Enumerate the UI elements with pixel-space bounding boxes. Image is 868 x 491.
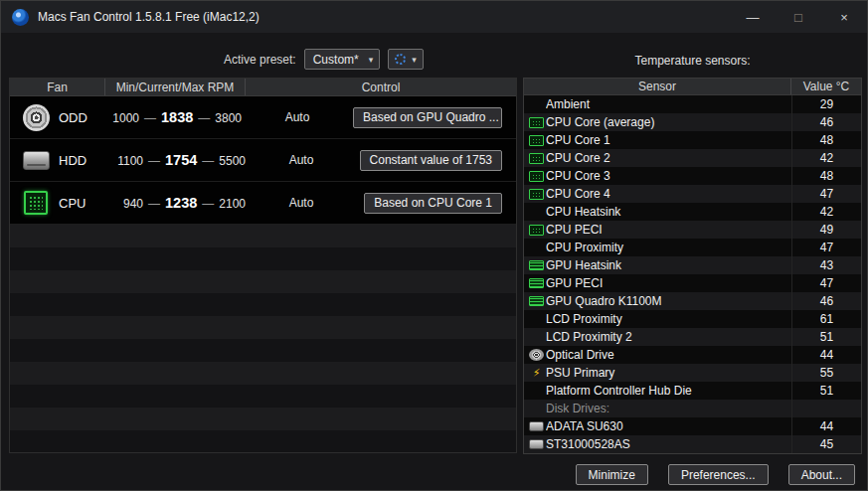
fan-row[interactable]: CPU 940 — 1238 — 2100 Auto Based on CPU … [10,182,516,225]
fan-rpm-min: 1000 [107,111,139,125]
sensor-column-header: Sensor [524,79,791,94]
sensor-row[interactable]: Disk Drives: [524,400,861,417]
sensor-name: Platform Controller Hub Die [546,384,791,398]
sensor-value: 48 [791,131,861,149]
disk-drive-icon [529,421,544,431]
fan-name-cell: HDD [10,151,105,170]
sensor-row[interactable]: GPU PECI 47 [524,274,861,292]
fan-icon-box [21,104,51,131]
fan-control-button[interactable]: Based on CPU Core 1 [364,193,502,214]
sensor-value: 29 [791,95,861,113]
cpu-chip-icon [24,191,48,215]
cpu-chip-icon [529,135,544,146]
sensor-row[interactable]: CPU PECI 49 [524,221,861,239]
sensor-name: CPU Core (average) [546,115,791,129]
fan-rows: ODD 1000 — 1838 — 3800 Auto Based on GPU… [10,96,516,225]
sensor-row[interactable]: ADATA SU630 44 [524,417,861,435]
sensor-row[interactable]: CPU Core 4 47 [524,185,861,203]
fan-row[interactable]: HDD 1100 — 1754 — 5500 Auto Constant val… [10,139,516,182]
sensor-row[interactable]: CPU Core 1 48 [524,131,861,149]
sensor-value: 49 [791,221,861,239]
preferences-button[interactable]: Preferences... [668,464,769,485]
cpu-chip-icon [529,117,544,128]
fan-mode-label: Auto [246,153,357,167]
sensor-row[interactable]: CPU Core (average) 46 [524,113,861,131]
cpu-chip-icon [529,189,544,200]
sensor-row[interactable]: GPU Heatsink 43 [524,256,861,274]
psu-lightning-icon: ⚡ [529,368,544,379]
sensor-value: 46 [791,113,861,131]
sensor-row[interactable]: CPU Heatsink 42 [524,203,861,221]
fan-name: CPU [59,196,86,211]
sensor-name: CPU Core 3 [546,169,791,183]
sensor-value: 42 [791,203,861,221]
fan-rpm-min: 940 [111,197,143,211]
sensor-row[interactable]: CPU Core 3 48 [524,167,861,185]
fan-mode-label: Auto [242,110,353,124]
rpm-separator: — [198,111,210,125]
hard-drive-icon [23,151,50,170]
fan-row[interactable]: ODD 1000 — 1838 — 3800 Auto Based on GPU… [10,96,516,139]
value-column-header: Value °C [791,79,861,94]
sensor-row[interactable]: CPU Proximity 47 [524,239,861,256]
preset-bar: Active preset: Custom* ▾ ▾ [224,49,424,70]
sensor-row[interactable]: Ambient 29 [524,95,861,113]
sensor-row[interactable]: CPU Core 2 42 [524,149,861,167]
fan-icon-box [21,191,51,215]
sensor-row[interactable]: ⚡ PSU Primary 55 [524,364,861,382]
control-column-header: Control [246,79,516,95]
fan-name: ODD [59,110,87,125]
sensor-name: Disk Drives: [546,402,791,415]
cpu-chip-icon [529,225,544,236]
fan-name-cell: CPU [10,191,105,215]
sensor-value: 47 [791,274,861,292]
sensor-row[interactable]: LCD Proximity 2 51 [524,328,861,346]
sensor-name: CPU PECI [546,223,791,237]
rpm-column-header: Min/Current/Max RPM [105,79,246,95]
fan-control-button[interactable]: Based on GPU Quadro ... [353,107,502,128]
fan-name-cell: ODD [10,104,101,131]
preset-dropdown[interactable]: Custom* ▾ [304,49,381,70]
fan-rpm-max: 3800 [215,111,242,125]
app-logo-icon [12,9,29,26]
sensor-row[interactable]: Optical Drive 44 [524,346,861,364]
sensor-name: GPU Quadro K1100M [546,294,791,308]
fan-rpm-min: 1100 [111,154,143,168]
maximize-window-button[interactable]: □ [776,1,821,33]
temperature-sensors-title: Temperature sensors: [523,54,862,68]
sensor-value [791,400,861,417]
close-window-button[interactable]: × [821,1,867,33]
gpu-chip-icon [529,260,544,270]
sensor-value: 55 [791,364,861,382]
about-button[interactable]: About... [788,464,855,485]
minimize-app-button[interactable]: Minimize [576,464,648,485]
rpm-separator: — [202,154,214,168]
fan-rpm-max: 5500 [219,154,246,168]
cpu-chip-icon [529,153,544,164]
refresh-icon [395,54,406,65]
optical-disc-icon [529,349,544,361]
preset-refresh-button[interactable]: ▾ [388,49,424,70]
gpu-chip-icon [529,278,544,288]
sensor-row[interactable]: GPU Quadro K1100M 46 [524,292,861,310]
sensor-value: 46 [791,292,861,310]
fan-control-button[interactable]: Constant value of 1753 [360,150,502,171]
sensor-row[interactable]: ST31000528AS 45 [524,435,861,453]
sensor-name: CPU Core 4 [546,187,791,201]
fan-table: Fan Min/Current/Max RPM Control ODD 1000… [9,78,517,453]
chevron-down-icon: ▾ [412,55,417,65]
sensor-name: Optical Drive [546,348,791,362]
rpm-separator: — [148,197,160,211]
sensor-value: 43 [791,256,861,274]
fan-control-cell: Auto Constant value of 1753 [246,150,516,171]
sensor-row[interactable]: Platform Controller Hub Die 51 [524,382,861,400]
sensor-rows: Ambient 29 CPU Core (average) 46 CPU Cor… [524,95,861,453]
sensor-value: 44 [791,346,861,364]
sensor-name: PSU Primary [546,366,791,380]
fan-table-header: Fan Min/Current/Max RPM Control [10,79,516,96]
sensor-row[interactable]: LCD Proximity 61 [524,310,861,328]
minimize-window-button[interactable]: — [730,1,776,33]
sensor-name: CPU Proximity [546,241,791,254]
sensor-name: CPU Core 1 [546,133,791,147]
rpm-separator: — [148,154,160,168]
